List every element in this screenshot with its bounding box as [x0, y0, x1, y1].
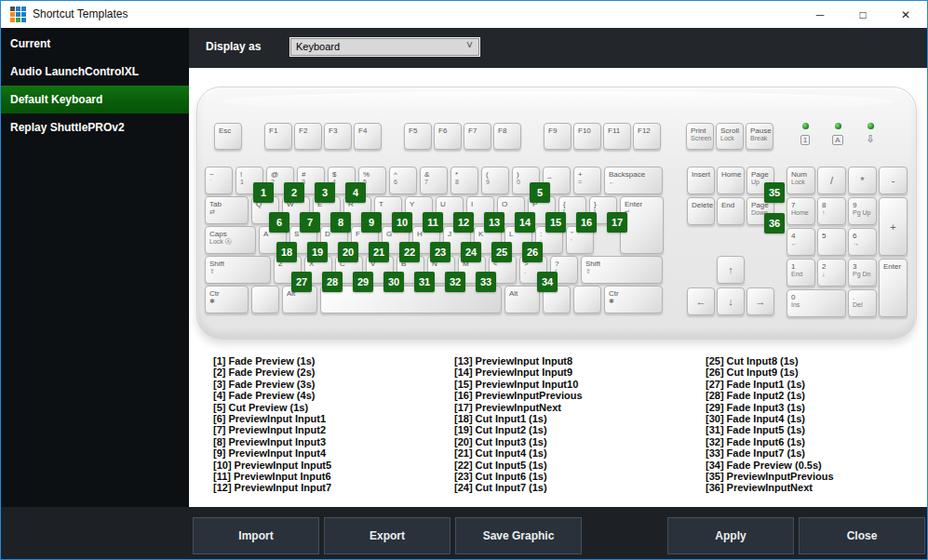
shortcut-badge-30: 30: [383, 272, 404, 292]
sidebar-item-replay-shuttleprov2[interactable]: Replay ShuttlePROv2: [1, 113, 189, 141]
shortcut-badge-29: 29: [353, 272, 373, 292]
shortcut-column-1: [1] Fade Preview (1s)[2] Fade Preview (2…: [213, 355, 451, 494]
shortcut-badge-9: 9: [361, 212, 382, 233]
shortcut-badge-35: 35: [764, 182, 785, 203]
key-f7: F7: [464, 123, 491, 150]
shortcut-badge-11: 11: [423, 212, 443, 233]
key-2: 2↓: [817, 259, 846, 287]
sidebar-item-current[interactable]: Current: [1, 30, 189, 58]
key-delete: Delete: [687, 197, 715, 225]
shortcut-line: [6] PreviewInput Input1: [213, 413, 451, 424]
shortcut-line: [33] Fade Input7 (1s): [706, 447, 928, 459]
display-as-bar: Display as Keyboard ˅: [189, 28, 927, 68]
display-as-dropdown[interactable]: Keyboard ˅: [289, 37, 480, 57]
shortcut-line: [10] PreviewInput Input5: [213, 460, 451, 471]
shortcut-line: [36] PreviewInputNext: [706, 482, 928, 493]
shortcut-line: [1] Fade Preview (1s): [213, 355, 451, 367]
shortcut-badge-6: 6: [269, 212, 289, 233]
display-as-label: Display as: [206, 40, 261, 53]
import-button[interactable]: Import: [193, 517, 319, 554]
led-symbol: 1: [800, 135, 810, 145]
icon-tile: [16, 7, 20, 11]
sidebar-item-default-keyboard[interactable]: Default Keyboard: [1, 86, 189, 113]
window-controls: ─ □ ✕: [799, 1, 927, 28]
key-print: PrintScreen: [686, 123, 714, 150]
shortcut-line: [34] Fade Preview (0.5s): [706, 460, 928, 471]
apply-button[interactable]: Apply: [667, 517, 794, 554]
shortcut-line: [16] PreviewInputPrevious: [454, 390, 692, 401]
key-blank: ↓: [717, 287, 745, 315]
key-blank: &7: [420, 167, 448, 194]
keyboard-graphic: EscF1F2F3F4F5F6F7F8F9F10F11F12PrintScree…: [196, 87, 917, 340]
shortcut-line: [21] Cut Input4 (1s): [454, 447, 692, 459]
key-blank: ←: [687, 287, 715, 315]
shortcut-line: [24] Cut Input7 (1s): [454, 482, 692, 493]
close-icon[interactable]: ✕: [884, 1, 927, 28]
key-scroll: ScrollLock: [716, 123, 744, 150]
key-blank: ^6: [389, 167, 417, 194]
icon-tile: [21, 12, 26, 17]
icon-tile: [21, 18, 26, 22]
title-bar: Shortcut Templates ─ □ ✕: [1, 1, 927, 28]
chevron-down-icon: ˅: [466, 39, 473, 52]
shortcut-badge-2: 2: [284, 182, 304, 203]
key-num: NumLock: [787, 167, 815, 194]
shortcut-badge-3: 3: [315, 182, 335, 203]
key-5: 5: [817, 228, 846, 256]
shortcut-badge-25: 25: [491, 242, 512, 262]
shortcut-badge-10: 10: [392, 212, 412, 233]
export-button[interactable]: Export: [324, 517, 451, 554]
vmix-app-icon: [10, 7, 26, 22]
shortcut-badge-27: 27: [291, 272, 312, 292]
key-9: 9Pg Up: [848, 197, 877, 225]
shortcut-badge-26: 26: [522, 242, 543, 262]
sidebar-item-audio-launchcontrolxl[interactable]: Audio LaunchControlXL: [1, 58, 189, 86]
shortcut-line: [14] PreviewInput Input9: [454, 367, 692, 378]
key-3: 3Pg Dn: [848, 259, 877, 287]
shortcut-badge-13: 13: [484, 212, 504, 233]
icon-tile: [16, 12, 20, 17]
key-6: 6→: [848, 228, 877, 256]
shortcut-badge-5: 5: [530, 182, 550, 203]
led-indicator-2: A: [827, 123, 848, 146]
shortcut-line: [22] Cut Input5 (1s): [454, 460, 692, 471]
icon-tile: [16, 18, 20, 22]
shortcut-line: [28] Fade Input2 (1s): [706, 390, 928, 401]
shortcut-line: [4] Fade Preview (4s): [213, 390, 451, 401]
shortcut-templates-window: Shortcut Templates ─ □ ✕ CurrentAudio La…: [0, 0, 928, 560]
template-canvas: EscF1F2F3F4F5F6F7F8F9F10F11F12PrintScree…: [189, 68, 927, 507]
shortcut-badge-31: 31: [414, 272, 435, 292]
icon-tile: [10, 12, 15, 17]
led-indicator-1: 1: [795, 123, 815, 146]
key-blank: ~`: [205, 167, 233, 194]
key-f9: F9: [544, 123, 572, 150]
key-blank: [573, 286, 601, 313]
shortcut-line: [32] Fade Input6 (1s): [706, 436, 928, 447]
shortcut-line: [25] Cut Input8 (1s): [706, 355, 928, 367]
shortcut-line: [26] Cut Input9 (1s): [706, 367, 928, 378]
key-blank: *8: [451, 167, 478, 194]
minimize-icon[interactable]: ─: [799, 1, 841, 28]
key-f8: F8: [493, 123, 521, 150]
maximize-icon[interactable]: □: [841, 1, 884, 28]
key-space: [320, 286, 502, 313]
save-graphic-button[interactable]: Save Graphic: [455, 517, 582, 554]
display-as-value: Keyboard: [296, 41, 340, 52]
shortcut-line: [30] Fade Input4 (1s): [706, 413, 928, 424]
shortcut-line: [13] PreviewInput Input8: [454, 355, 692, 367]
key-f3: F3: [324, 123, 352, 150]
key-esc: Esc: [214, 123, 242, 150]
shortcut-badge-24: 24: [461, 242, 481, 262]
key-alt: Alt: [504, 286, 540, 313]
shortcut-line: [18] Cut Input1 (1s): [454, 413, 692, 424]
shortcut-line: [12] PreviewInput Input7: [213, 482, 451, 493]
key-caps: CapsLock Ⓐ: [205, 226, 256, 254]
close-button[interactable]: Close: [799, 517, 925, 554]
key-f4: F4: [354, 123, 382, 150]
shortcut-badge-20: 20: [338, 242, 358, 262]
key-f10: F10: [573, 123, 601, 150]
key-f5: F5: [404, 123, 432, 150]
shortcut-badge-21: 21: [369, 242, 389, 262]
shortcut-badge-33: 33: [476, 272, 496, 292]
shortcut-line: [3] Fade Preview (3s): [213, 379, 451, 390]
